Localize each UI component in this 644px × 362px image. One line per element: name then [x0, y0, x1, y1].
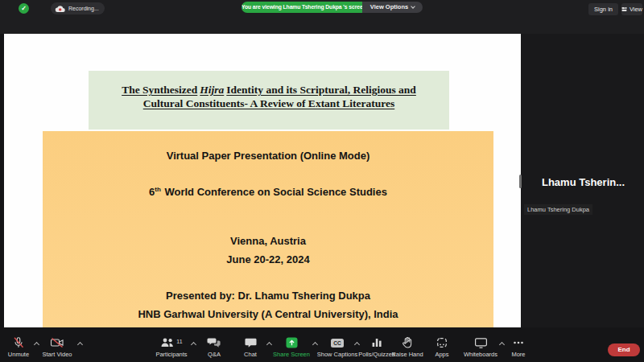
share-screen-label: Share Screen	[273, 352, 310, 358]
share-screen-button[interactable]: Share Screen	[269, 337, 314, 358]
more-dots-icon	[512, 337, 525, 348]
whiteboard-icon	[474, 337, 488, 348]
view-label: View	[630, 6, 642, 13]
viewing-screen-banner: You are viewing Lhamu Tshering Dukpa 's …	[242, 2, 362, 13]
whiteboards-button[interactable]: Whiteboards	[459, 337, 502, 358]
slide-line-conference: 6th World Conference on Social Science S…	[43, 184, 493, 198]
apps-label: Apps	[435, 352, 448, 358]
chat-icon	[245, 337, 257, 348]
shared-screen: The SynthesizedHijraIdentity and its Scr…	[4, 34, 521, 327]
video-off-icon	[50, 337, 64, 348]
sign-in-button[interactable]: Sign in	[588, 3, 618, 15]
slide-body-block: Virtual Paper Presentation (Online Mode)…	[43, 131, 493, 340]
more-label: More	[511, 352, 525, 358]
slide-line-dates: June 20-22, 2024	[43, 254, 493, 265]
participant-name-tag: Lhamu Tshering Dukpa	[524, 204, 592, 215]
raise-hand-button[interactable]: Raise Hand	[387, 337, 427, 358]
slide-title: The SynthesizedHijraIdentity and its Scr…	[89, 84, 449, 110]
slide-line-university: HNB Garhwal University (A Central Univer…	[43, 309, 493, 320]
title-part2: Identity and its Scriptural, Religious a…	[226, 84, 416, 96]
show-captions-label: Show Captions	[317, 352, 357, 358]
title-italic-word: Hijra	[200, 84, 224, 96]
grid-view-icon	[621, 6, 627, 13]
participants-count: 11	[176, 339, 182, 344]
conference-name: World Conference on Social Science Studi…	[162, 186, 387, 198]
title-part1: The Synthesized	[122, 84, 197, 96]
title-line2: Cultural Constituents- A Review of Extan…	[143, 97, 394, 109]
participants-icon	[160, 337, 175, 348]
zoom-meeting-window: ✓ Recording... You are viewing Lhamu Tsh…	[0, 0, 644, 362]
apps-icon	[436, 337, 448, 348]
recording-indicator: Recording...	[51, 2, 105, 14]
view-layout-button[interactable]: View	[621, 3, 642, 15]
slide-line-city: Vienna, Austria	[43, 236, 493, 247]
whiteboards-label: Whiteboards	[464, 352, 497, 358]
polls-bar-chart-icon	[370, 337, 383, 348]
captions-icon: CC	[331, 339, 344, 348]
view-options-button[interactable]: View Options	[362, 2, 423, 13]
panel-scrollbar[interactable]	[519, 175, 522, 188]
participant-tile-name: Lhamu Tsherin...	[525, 176, 642, 188]
cloud-recording-icon	[55, 5, 65, 13]
start-video-button[interactable]: Start Video	[35, 337, 79, 358]
recording-label: Recording...	[68, 6, 99, 11]
more-button[interactable]: More	[501, 337, 536, 358]
apps-button[interactable]: Apps	[424, 337, 460, 358]
slide-line-presenter: Presented by: Dr. Lhamu Tshering Dukpa	[43, 290, 493, 302]
unmute-label: Unmute	[8, 352, 29, 358]
view-options-label: View Options	[370, 2, 408, 13]
qa-button[interactable]: Q&A	[195, 337, 233, 358]
participants-label: Participants	[155, 352, 187, 358]
slide-title-block: The SynthesizedHijraIdentity and its Scr…	[89, 71, 449, 130]
raise-hand-label: Raise Hand	[391, 352, 423, 358]
unmute-button[interactable]: Unmute	[0, 337, 38, 358]
start-video-label: Start Video	[43, 352, 72, 358]
encryption-shield-icon[interactable]: ✓	[19, 3, 29, 14]
sign-in-label: Sign in	[594, 6, 613, 13]
end-meeting-button[interactable]: End	[608, 343, 640, 356]
slide-line-presentation: Virtual Paper Presentation (Online Mode)	[43, 150, 493, 162]
participants-button[interactable]: 11 Participants	[148, 337, 195, 358]
raise-hand-icon	[402, 337, 413, 348]
chat-label: Chat	[244, 352, 257, 358]
mic-muted-icon	[12, 337, 25, 348]
chat-button[interactable]: Chat	[232, 337, 269, 358]
conference-ordinal: th	[155, 186, 161, 193]
share-screen-icon	[286, 337, 298, 348]
qa-label: Q&A	[208, 352, 221, 358]
chevron-down-icon	[411, 4, 415, 9]
qa-icon	[207, 337, 221, 348]
